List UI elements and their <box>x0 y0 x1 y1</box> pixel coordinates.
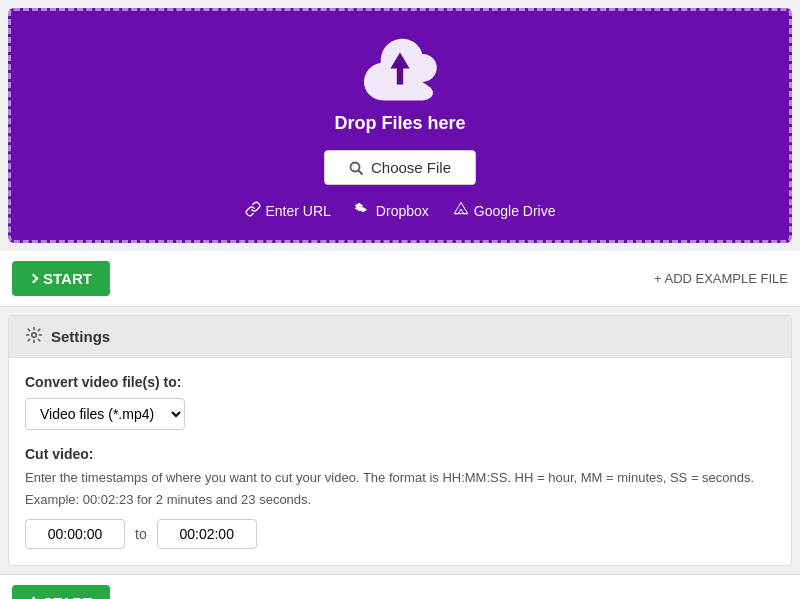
add-example-link[interactable]: + ADD EXAMPLE FILE <box>654 271 788 286</box>
dropbox-link[interactable]: Dropbox <box>355 201 429 220</box>
time-from-input[interactable] <box>25 519 125 549</box>
cut-video-description: Enter the timestamps of where you want t… <box>25 468 775 488</box>
svg-line-2 <box>358 170 362 174</box>
start-button-top[interactable]: START <box>12 261 110 296</box>
search-icon <box>349 161 363 175</box>
source-links: Enter URL Dropbox Google Dr <box>245 201 556 220</box>
settings-header: Settings <box>9 316 791 358</box>
choose-file-button[interactable]: Choose File <box>324 150 476 185</box>
drop-zone[interactable]: Drop Files here Choose File Enter URL <box>8 8 792 243</box>
time-range: to <box>25 519 775 549</box>
svg-point-3 <box>32 333 37 338</box>
gdrive-link[interactable]: Google Drive <box>453 201 556 220</box>
bottom-toolbar: START <box>0 574 800 600</box>
settings-gear-icon <box>25 326 43 347</box>
top-toolbar: START + ADD EXAMPLE FILE <box>0 251 800 307</box>
link-icon <box>245 201 261 220</box>
settings-body: Convert video file(s) to: Video files (*… <box>9 358 791 565</box>
time-to-input[interactable] <box>157 519 257 549</box>
start-button-bottom[interactable]: START <box>12 585 110 600</box>
gdrive-label: Google Drive <box>474 203 556 219</box>
gdrive-icon <box>453 201 469 220</box>
format-select[interactable]: Video files (*.mp4) Video files (*.avi) … <box>25 398 185 430</box>
settings-title: Settings <box>51 328 110 345</box>
add-example-label: + ADD EXAMPLE FILE <box>654 271 788 286</box>
start-label-bottom: START <box>43 594 92 600</box>
enter-url-link[interactable]: Enter URL <box>245 201 331 220</box>
convert-label: Convert video file(s) to: <box>25 374 775 390</box>
to-label: to <box>135 526 147 542</box>
enter-url-label: Enter URL <box>266 203 331 219</box>
cut-video-example: Example: 00:02:23 for 2 minutes and 23 s… <box>25 492 775 507</box>
settings-panel: Settings Convert video file(s) to: Video… <box>8 315 792 566</box>
cut-video-label: Cut video: <box>25 446 775 462</box>
drop-files-text: Drop Files here <box>334 113 465 134</box>
dropbox-icon <box>355 201 371 220</box>
start-label-top: START <box>43 270 92 287</box>
dropbox-label: Dropbox <box>376 203 429 219</box>
chevron-right-icon <box>29 273 39 283</box>
upload-cloud-icon <box>360 35 440 105</box>
choose-file-label: Choose File <box>371 159 451 176</box>
